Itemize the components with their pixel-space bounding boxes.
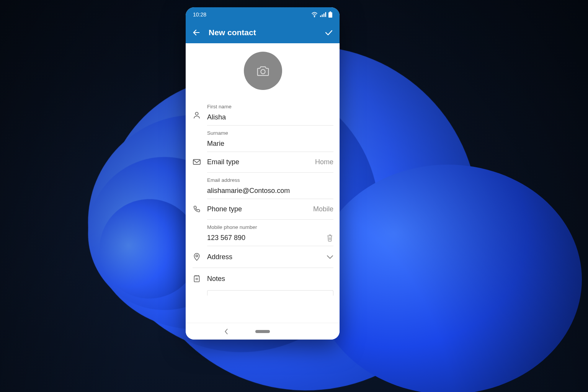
phone-type-label: Phone type xyxy=(207,205,242,213)
email-address-input[interactable] xyxy=(207,187,333,195)
notes-section[interactable]: Notes xyxy=(193,268,333,286)
trash-icon xyxy=(326,234,333,242)
system-nav-bar xyxy=(186,323,340,340)
form-content: First name Surname Email type Home E xyxy=(186,43,340,323)
address-section[interactable]: Address xyxy=(193,246,333,268)
check-icon xyxy=(324,28,333,37)
delete-phone-button[interactable] xyxy=(326,234,333,242)
svg-point-9 xyxy=(195,112,198,115)
svg-rect-14 xyxy=(194,276,199,282)
email-type-label: Email type xyxy=(207,158,239,166)
notes-input[interactable] xyxy=(207,290,333,296)
status-time: 10:28 xyxy=(193,11,206,18)
svg-point-0 xyxy=(314,16,315,17)
mobile-phone-label: Mobile phone number xyxy=(207,224,333,230)
camera-icon xyxy=(256,65,270,77)
notes-icon xyxy=(193,274,201,283)
phone-type-value: Mobile xyxy=(313,205,333,213)
svg-rect-10 xyxy=(193,160,200,165)
system-back-button[interactable] xyxy=(224,328,229,335)
mobile-phone-field[interactable]: Mobile phone number xyxy=(207,220,333,246)
svg-rect-5 xyxy=(330,11,331,12)
email-address-field[interactable]: Email address xyxy=(207,173,333,199)
first-name-input[interactable] xyxy=(207,113,333,121)
arrow-left-icon xyxy=(192,28,201,37)
surname-label: Surname xyxy=(207,130,333,136)
svg-rect-6 xyxy=(328,12,332,18)
app-bar: New contact xyxy=(186,22,340,43)
address-label: Address xyxy=(207,253,320,261)
first-name-field[interactable]: First name xyxy=(207,99,333,126)
email-address-label: Email address xyxy=(207,177,333,183)
email-type-value: Home xyxy=(315,158,333,166)
status-bar: 10:28 xyxy=(186,7,340,22)
phone-type-selector[interactable]: Phone type Mobile xyxy=(207,199,333,220)
svg-rect-2 xyxy=(322,15,323,17)
chevron-left-icon xyxy=(224,328,229,335)
person-icon xyxy=(193,111,201,120)
add-photo-button[interactable] xyxy=(244,52,282,90)
svg-rect-3 xyxy=(323,13,325,17)
page-title: New contact xyxy=(209,28,317,37)
surname-field[interactable]: Surname xyxy=(207,126,333,152)
status-icons xyxy=(311,11,332,18)
notes-label: Notes xyxy=(207,275,333,283)
signal-icon xyxy=(320,12,326,17)
surname-input[interactable] xyxy=(207,140,333,148)
chevron-down-icon xyxy=(327,255,333,259)
phone-frame: 10:28 New contact First name xyxy=(186,7,340,340)
battery-icon xyxy=(328,11,332,18)
location-icon xyxy=(193,252,201,261)
system-home-pill[interactable] xyxy=(255,330,270,333)
save-button[interactable] xyxy=(323,27,334,38)
mobile-phone-input[interactable] xyxy=(207,234,322,242)
svg-rect-1 xyxy=(320,16,321,17)
svg-rect-4 xyxy=(325,12,326,17)
phone-icon xyxy=(193,204,201,214)
mail-icon xyxy=(193,157,201,167)
wifi-icon xyxy=(311,12,318,17)
svg-point-8 xyxy=(261,69,265,74)
first-name-label: First name xyxy=(207,104,333,109)
email-type-selector[interactable]: Email type Home xyxy=(207,152,333,173)
back-button[interactable] xyxy=(191,27,202,38)
svg-point-13 xyxy=(196,255,198,257)
